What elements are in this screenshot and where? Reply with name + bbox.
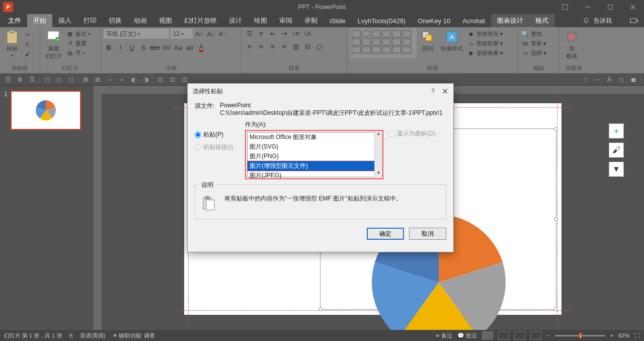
align-left-icon[interactable]: ≡ bbox=[245, 42, 255, 51]
tab-record[interactable]: 录制 bbox=[298, 14, 324, 27]
minimize-button[interactable] bbox=[576, 0, 599, 14]
strike-icon[interactable]: abc bbox=[150, 43, 160, 52]
qat-btn[interactable]: A bbox=[604, 75, 614, 84]
bold-icon[interactable]: B bbox=[104, 43, 114, 52]
tab-slideshow[interactable]: 幻灯片放映 bbox=[178, 14, 223, 27]
layout-button[interactable]: ▦版式 ▾ bbox=[66, 30, 90, 38]
slide-thumbnail[interactable] bbox=[11, 91, 81, 130]
qat-btn[interactable]: ◐ bbox=[129, 75, 139, 84]
qat-btn[interactable]: ◻ bbox=[54, 75, 64, 84]
align-text-icon[interactable]: ⊟ bbox=[302, 42, 312, 51]
justify-icon[interactable]: ≡ bbox=[279, 42, 289, 51]
qat-btn[interactable]: ◻ bbox=[66, 75, 76, 84]
close-button[interactable] bbox=[621, 0, 644, 14]
arrange-button[interactable]: 排列 bbox=[419, 29, 437, 53]
cut-icon[interactable]: ✂ bbox=[23, 31, 31, 39]
zoom-out-button[interactable]: − bbox=[546, 332, 549, 338]
qat-btn[interactable]: ⊡ bbox=[168, 75, 178, 84]
replace-button[interactable]: ab替换 ▾ bbox=[521, 39, 546, 47]
tab-view[interactable]: 视图 bbox=[153, 14, 178, 27]
format-painter-icon[interactable]: 🖌 bbox=[23, 50, 31, 58]
tab-home[interactable]: 开始 bbox=[27, 14, 52, 27]
clear-format-icon[interactable]: A⁻ bbox=[217, 29, 227, 38]
list-item[interactable]: 图片(增强型图元文件) bbox=[247, 161, 381, 171]
qat-btn[interactable]: ⊡ bbox=[155, 75, 166, 84]
align-right-icon[interactable]: ≡ bbox=[268, 42, 278, 51]
addin-button[interactable]: 加 载项 bbox=[562, 29, 581, 61]
ribbon-display-options-icon[interactable] bbox=[553, 0, 576, 14]
zoom-slider[interactable] bbox=[555, 335, 605, 336]
find-button[interactable]: 🔍查找 bbox=[521, 30, 546, 38]
increase-font-icon[interactable]: A↑ bbox=[194, 29, 204, 38]
shape-fill-button[interactable]: ◆形状填充 ▾ bbox=[467, 30, 503, 38]
reset-button[interactable]: ↺重置 bbox=[66, 39, 90, 47]
tab-review[interactable]: 审阅 bbox=[273, 14, 298, 27]
section-button[interactable]: ▤节 ▾ bbox=[66, 49, 90, 57]
dialog-close-icon[interactable]: ✕ bbox=[442, 87, 448, 96]
ok-button[interactable]: 确定 bbox=[367, 228, 404, 240]
underline-icon[interactable]: U bbox=[127, 43, 137, 52]
font-name-dropdown[interactable]: 等线 (正文)▾ bbox=[104, 29, 169, 39]
tab-onekey[interactable]: OneKey 10 bbox=[412, 14, 456, 27]
align-center-icon[interactable]: ≡ bbox=[256, 42, 266, 51]
columns-icon[interactable]: ▥ bbox=[291, 42, 301, 51]
slideshow-view-button[interactable] bbox=[530, 331, 541, 339]
accessibility-label[interactable]: ✶ 辅助功能: 调查 bbox=[113, 332, 155, 339]
tab-insert[interactable]: 插入 bbox=[52, 14, 77, 27]
shadow-icon[interactable]: S bbox=[138, 43, 148, 52]
slide-counter[interactable]: 幻灯片 第 1 张，共 1 张 bbox=[4, 332, 62, 339]
tab-islide[interactable]: iSlide bbox=[324, 14, 352, 27]
tab-draw[interactable]: 绘图 bbox=[248, 14, 273, 27]
copy-icon[interactable]: ⎘ bbox=[23, 40, 31, 48]
qat-btn[interactable]: ☰ bbox=[3, 75, 13, 84]
cancel-button[interactable]: 取消 bbox=[409, 228, 446, 240]
paste-button[interactable]: 粘贴 ▾ bbox=[3, 29, 21, 59]
shape-effects-button[interactable]: ◉形状效果 ▾ bbox=[467, 49, 503, 57]
tellme-label[interactable]: 告诉我 bbox=[594, 17, 612, 25]
qat-btn[interactable]: ◻ bbox=[42, 75, 52, 84]
font-size-dropdown[interactable]: 12▾ bbox=[171, 29, 193, 39]
paste-link-radio[interactable]: 粘贴链接(I) bbox=[195, 143, 240, 152]
qat-btn[interactable]: ◑ bbox=[141, 75, 151, 84]
qat-btn[interactable]: ⊞ bbox=[80, 75, 91, 84]
tab-design[interactable]: 设计 bbox=[223, 14, 248, 27]
select-button[interactable]: ▭选择 ▾ bbox=[521, 49, 546, 57]
qat-btn[interactable]: ⊡ bbox=[180, 75, 190, 84]
font-color-icon[interactable]: A bbox=[196, 43, 206, 52]
numbering-icon[interactable]: ≡ bbox=[256, 29, 266, 38]
qat-btn[interactable]: ○ bbox=[117, 75, 127, 84]
bullets-icon[interactable]: ☰ bbox=[245, 29, 255, 38]
tab-file[interactable]: 文件 bbox=[2, 14, 27, 27]
dialog-help-icon[interactable]: ? bbox=[431, 88, 435, 95]
shapes-gallery[interactable] bbox=[350, 29, 417, 58]
qat-btn[interactable]: ⊞ bbox=[93, 75, 103, 84]
tab-format[interactable]: 格式 bbox=[529, 14, 554, 27]
notes-button[interactable]: ≐ 备注 bbox=[435, 332, 452, 339]
qat-btn[interactable]: 🗎 bbox=[15, 75, 25, 84]
share-icon[interactable] bbox=[630, 17, 638, 24]
qat-btn[interactable]: ○ bbox=[105, 75, 115, 84]
chart-elements-button[interactable]: ＋ bbox=[609, 123, 624, 139]
zoom-in-button[interactable]: + bbox=[610, 332, 613, 338]
tab-animations[interactable]: 动画 bbox=[128, 14, 153, 27]
zoom-level[interactable]: 62% bbox=[618, 332, 629, 338]
chart-styles-button[interactable]: 🖌 bbox=[609, 143, 624, 158]
new-slide-button[interactable]: + 新建 幻灯片 bbox=[43, 29, 64, 61]
italic-icon[interactable]: I bbox=[115, 43, 125, 52]
change-case-icon[interactable]: Aa bbox=[173, 43, 183, 52]
scrollbar[interactable]: ▲▼ bbox=[374, 131, 382, 178]
tab-print[interactable]: 打印 bbox=[77, 14, 103, 27]
tab-acrobat[interactable]: Acrobat bbox=[456, 14, 491, 27]
spellcheck-icon[interactable]: ⎘ bbox=[69, 332, 73, 338]
tab-lvyhtools[interactable]: LvyhTools(0429) bbox=[352, 14, 412, 27]
smartart-icon[interactable]: ⬡ bbox=[314, 42, 324, 51]
list-item[interactable]: Microsoft Office 图形对象 bbox=[248, 132, 381, 142]
text-direction-icon[interactable]: ↕A bbox=[302, 29, 312, 38]
quick-styles-button[interactable]: A 快速样式 bbox=[439, 29, 465, 53]
normal-view-button[interactable] bbox=[482, 331, 493, 339]
format-listbox[interactable]: Microsoft Office 图形对象 图片(SVG) 图片(PNG) 图片… bbox=[245, 130, 383, 179]
qat-btn[interactable]: ◼ bbox=[628, 75, 638, 84]
qat-btn[interactable]: ↕ bbox=[580, 75, 590, 84]
reading-view-button[interactable] bbox=[514, 331, 525, 339]
qat-btn[interactable]: 文 bbox=[27, 75, 37, 84]
